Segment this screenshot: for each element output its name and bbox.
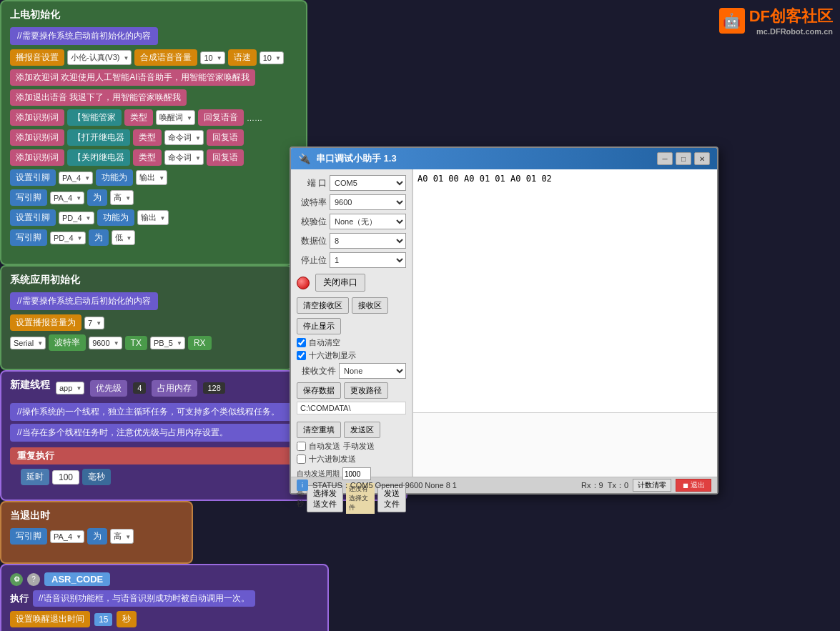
recognize3-word: 【关闭继电器 <box>67 149 130 166</box>
dialog-maximize-btn[interactable]: □ <box>676 152 691 165</box>
panel-sys-init: 系统应用初始化 //需要操作系统启动后初始化的内容 设置播报音量为 7 Seri… <box>0 265 293 370</box>
send-pane[interactable] <box>413 412 717 477</box>
status-icon: i <box>297 480 308 491</box>
thread-app-dropdown[interactable]: app <box>56 382 84 394</box>
check-select[interactable]: None（无） <box>330 214 406 229</box>
asr-header: ⚙ ? ASR_CODE <box>10 572 319 586</box>
delay-unit: 毫秒 <box>82 469 111 485</box>
port-status-indicator <box>297 277 310 289</box>
tts-speed-val-dropdown[interactable]: 10 <box>260 51 284 64</box>
recognize1-row: 添加识别词 【智能管家 类型 唤醒词 回复语音 …… <box>10 109 297 126</box>
clear-send-btn[interactable]: 清空重填 <box>297 422 341 438</box>
recv-file-label: 接收文件 <box>297 365 336 377</box>
auto-send-row: 自动发送 手动发送 <box>297 441 406 452</box>
baud-select[interactable]: 9600 <box>330 194 406 210</box>
dialog-controls: ─ □ ✕ <box>657 152 710 165</box>
recognize3-label: 添加识别词 <box>10 149 64 166</box>
logo-icon: 🤖 <box>719 8 745 34</box>
memory-label: 占用内存 <box>152 380 197 397</box>
recognize2-label: 添加识别词 <box>10 129 64 146</box>
asr-exec-label: 执行 <box>10 592 29 605</box>
exit-btn[interactable]: ⏹ 退出 <box>676 479 711 492</box>
serial-dialog: 🔌 串口调试小助手 1.3 ─ □ ✕ 端 口 COM5 波特率 9600 <box>290 146 718 495</box>
set-pin2-func-label: 功能为 <box>97 209 134 226</box>
baud-label: 波特率 <box>49 334 86 351</box>
set-pin2-dropdown[interactable]: PD_4 <box>59 212 94 224</box>
volume-dropdown[interactable]: 7 <box>84 317 104 329</box>
write-pin2-label: 写引脚 <box>10 229 47 246</box>
recognize3-type-label: 类型 <box>133 149 162 166</box>
clear-recv-btn[interactable]: 清空接收区 <box>297 297 349 314</box>
tx-dropdown[interactable]: PB_5 <box>150 337 185 349</box>
stop-display-btn[interactable]: 停止显示 <box>297 318 341 334</box>
stop-label: 停止位 <box>297 254 327 267</box>
recognize3-type-dropdown[interactable]: 命令词 <box>164 150 204 165</box>
asr-wake-row: 设置唤醒退出时间 15 秒 <box>10 611 319 627</box>
auto-clear-label: 自动清空 <box>309 337 340 348</box>
count-clear-btn[interactable]: 计数清零 <box>633 479 671 492</box>
send-area-btn[interactable]: 发送区 <box>344 422 380 438</box>
hex-send-row: 十六进制发送 <box>297 454 406 464</box>
hex-display-checkbox[interactable] <box>297 351 306 360</box>
logo-text-area: DF创客社区 mc.DFRobot.com.cn <box>749 6 833 36</box>
exit-pin-dropdown[interactable]: PA_4 <box>50 530 84 543</box>
close-port-btn[interactable]: 关闭串口 <box>315 274 365 292</box>
save-data-btn[interactable]: 保存数据 <box>297 382 341 399</box>
asr-q-badge: ? <box>27 573 40 586</box>
recv-file-select[interactable]: None <box>339 363 406 379</box>
recognize1-type-dropdown[interactable]: 唤醒词 <box>156 110 195 125</box>
auto-interval-input[interactable] <box>342 467 371 480</box>
auto-clear-checkbox[interactable] <box>297 338 306 347</box>
ms-label: 毫秒 <box>297 489 304 509</box>
set-pin1-func-label: 功能为 <box>96 169 133 186</box>
set-pin1-func-dropdown[interactable]: 输出 <box>136 170 167 185</box>
panel-power-init: 上电初始化 //需要操作系统启动前初始化的内容 播报音设置 小伦-认真(V3) … <box>0 0 307 265</box>
auto-interval-label: 自动发送周期 <box>297 469 340 479</box>
write-pin2-val-dropdown[interactable]: 低 <box>112 230 135 245</box>
recognize3-row: 添加识别词 【关闭继电器 类型 命令词 回复语 <box>10 149 297 166</box>
baud-dropdown[interactable]: 9600 <box>89 337 122 349</box>
tts-speed-label: 语速 <box>228 49 257 66</box>
data-select[interactable]: 8 <box>330 233 406 249</box>
data-label: 数据位 <box>297 235 327 247</box>
priority-val: 4 <box>133 382 146 394</box>
volume-row: 设置播报音量为 7 <box>10 314 283 331</box>
write-pin2-dropdown[interactable]: PD_4 <box>50 232 86 244</box>
recognize2-type-label: 类型 <box>133 129 162 146</box>
write-pin1-val-dropdown[interactable]: 高 <box>110 190 134 205</box>
check-row: 校验位 None（无） <box>297 214 406 229</box>
write-pin2-row: 写引脚 PD_4 为 低 <box>10 229 297 246</box>
port-select[interactable]: COM5 <box>330 175 406 191</box>
tts-settings-row: 播报音设置 小伦-认真(V3) 合成语音音量 10 语速 10 <box>10 49 297 66</box>
tts-volume-val-dropdown[interactable]: 10 <box>200 51 224 64</box>
write-pin1-dropdown[interactable]: PA_4 <box>50 192 84 204</box>
change-path-btn[interactable]: 更改路径 <box>344 382 388 399</box>
set-pin2-func-dropdown[interactable]: 输出 <box>137 210 169 225</box>
stop-display-row: 停止显示 <box>297 318 406 334</box>
stop-select[interactable]: 1 <box>330 252 406 268</box>
tts-voice-dropdown[interactable]: 小伦-认真(V3) <box>67 50 132 65</box>
send-textarea[interactable] <box>416 416 714 474</box>
exit-val-dropdown[interactable]: 高 <box>110 529 134 544</box>
port-row: 端 口 COM5 <box>297 175 406 191</box>
recognize2-word: 【打开继电器 <box>67 129 130 146</box>
set-pin1-dropdown[interactable]: PA_4 <box>59 172 93 184</box>
serial-dropdown[interactable]: Serial <box>10 337 46 349</box>
panel-asr: ⚙ ? ASR_CODE 执行 //语音识别功能框，与语音识别成功时被自动调用一… <box>0 564 329 631</box>
hex-send-checkbox[interactable] <box>297 454 306 464</box>
exit-for-label: 为 <box>87 528 107 545</box>
panel-power-init-title: 上电初始化 <box>10 9 297 21</box>
auto-send-checkbox[interactable] <box>297 442 306 451</box>
baud-row: 波特率 9600 <box>297 194 406 210</box>
tts-volume-label: 合成语音音量 <box>134 49 197 66</box>
dialog-right: A0 01 00 A0 01 01 A0 01 02 <box>412 169 717 477</box>
dialog-minimize-btn[interactable]: ─ <box>657 152 673 165</box>
asr-exec-row: 执行 //语音识别功能框，与语音识别成功时被自动调用一次。 <box>10 590 319 607</box>
recv-area-btn[interactable]: 接收区 <box>352 297 388 314</box>
wake-label: 设置唤醒退出时间 <box>10 611 90 627</box>
recognize2-type-dropdown[interactable]: 命令词 <box>164 130 204 145</box>
dialog-close-btn[interactable]: ✕ <box>694 152 710 165</box>
send-section-left: 清空重填 发送区 自动发送 手动发送 十六进制发送 自动发送周期 毫秒 <box>297 422 406 514</box>
wake-val: 15 <box>94 613 112 626</box>
logo-area: 🤖 DF创客社区 mc.DFRobot.com.cn <box>719 6 833 36</box>
